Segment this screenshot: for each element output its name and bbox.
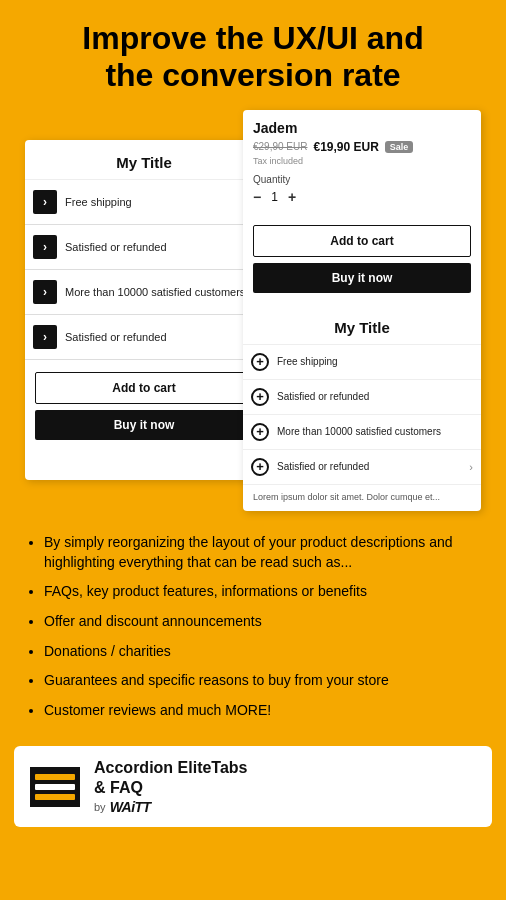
old-price: €29,90 EUR <box>253 141 307 152</box>
screenshots-section: My Title › Free shipping › Satisfied or … <box>0 110 506 512</box>
list-item: FAQs, key product features, informations… <box>44 582 482 602</box>
left-card: My Title › Free shipping › Satisfied or … <box>25 140 263 480</box>
list-item: + Free shipping <box>243 345 481 380</box>
plus-circle-icon: + <box>251 423 269 441</box>
bullets-section: By simply reorganizing the layout of you… <box>0 529 506 746</box>
chevron-right-icon: › <box>33 325 57 349</box>
left-card-title: My Title <box>25 140 263 180</box>
new-price: €19,90 EUR <box>313 140 378 154</box>
list-item: + More than 10000 satisfied customers <box>243 415 481 450</box>
chevron-right-icon: › <box>469 461 473 473</box>
header-title: Improve the UX/UI and the conversion rat… <box>24 20 482 94</box>
list-item: By simply reorganizing the layout of you… <box>44 533 482 572</box>
sale-badge: Sale <box>385 141 414 153</box>
buy-it-now-button-right[interactable]: Buy it now <box>253 263 471 293</box>
acc-label-1: Free shipping <box>65 196 132 208</box>
list-item: Customer reviews and much MORE! <box>44 701 482 721</box>
quantity-row: − 1 + <box>243 187 481 213</box>
add-to-cart-button[interactable]: Add to cart <box>35 372 253 404</box>
plus-circle-icon: + <box>251 353 269 371</box>
list-item: › Satisfied or refunded <box>25 225 263 270</box>
plus-circle-icon: + <box>251 388 269 406</box>
right-card-accordion-title: My Title <box>243 305 481 345</box>
list-item: + Satisfied or refunded <box>243 380 481 415</box>
list-item: Offer and discount announcements <box>44 612 482 632</box>
list-item: Guarantees and specific reasons to buy f… <box>44 671 482 691</box>
acc-r-label-2: Satisfied or refunded <box>277 391 473 402</box>
lorem-text: Lorem ipsum dolor sit amet. Dolor cumque… <box>243 485 481 512</box>
acc-r-label-3: More than 10000 satisfied customers <box>277 426 473 437</box>
acc-r-label-1: Free shipping <box>277 356 473 367</box>
acc-label-2: Satisfied or refunded <box>65 241 167 253</box>
acc-label-3: More than 10000 satisfied customers <box>65 286 245 298</box>
plus-circle-icon: + <box>251 458 269 476</box>
app-name: Accordion EliteTabs& FAQ <box>94 758 476 796</box>
list-item: › Satisfied or refunded <box>25 315 263 360</box>
app-icon <box>30 767 80 807</box>
chevron-right-icon: › <box>33 235 57 259</box>
chevron-right-icon: › <box>33 280 57 304</box>
footer-text-block: Accordion EliteTabs& FAQ by WAiTT <box>94 758 476 814</box>
right-card: Jadem €29,90 EUR €19,90 EUR Sale Tax inc… <box>243 110 481 512</box>
acc-label-4: Satisfied or refunded <box>65 331 167 343</box>
list-item: Donations / charities <box>44 642 482 662</box>
qty-plus-button[interactable]: + <box>288 189 296 205</box>
list-item: › Free shipping <box>25 180 263 225</box>
qty-value: 1 <box>271 190 278 204</box>
list-item: › More than 10000 satisfied customers <box>25 270 263 315</box>
buy-it-now-button[interactable]: Buy it now <box>35 410 253 440</box>
tax-note: Tax included <box>243 156 481 170</box>
product-name: Jadem <box>243 110 481 140</box>
by-label: by <box>94 801 106 813</box>
qty-minus-button[interactable]: − <box>253 189 261 205</box>
price-row: €29,90 EUR €19,90 EUR Sale <box>243 140 481 156</box>
chevron-right-icon: › <box>33 190 57 214</box>
acc-r-label-4: Satisfied or refunded <box>277 461 461 472</box>
footer-by-line: by WAiTT <box>94 799 476 815</box>
brand-logo: WAiTT <box>110 799 151 815</box>
footer-branding: Accordion EliteTabs& FAQ by WAiTT <box>14 746 492 826</box>
header-section: Improve the UX/UI and the conversion rat… <box>0 0 506 110</box>
list-item: + Satisfied or refunded › <box>243 450 481 485</box>
quantity-label: Quantity <box>243 170 481 187</box>
add-to-cart-button-right[interactable]: Add to cart <box>253 225 471 257</box>
